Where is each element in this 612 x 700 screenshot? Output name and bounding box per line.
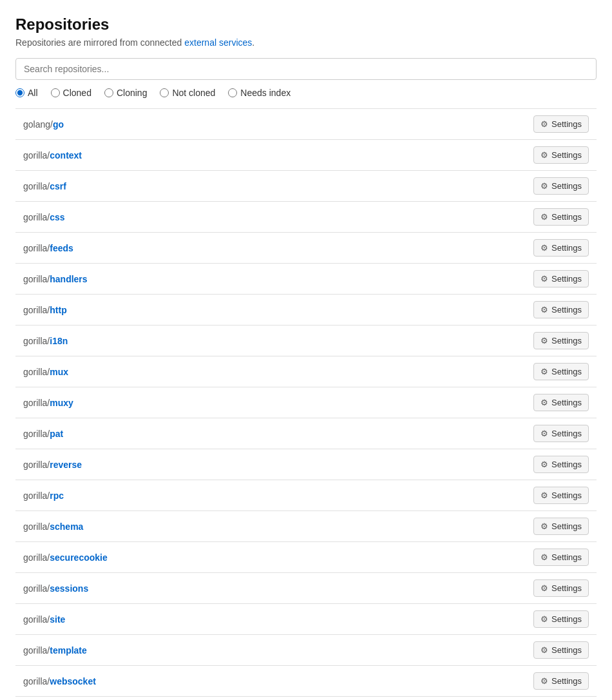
gear-icon: ⚙: [540, 367, 548, 376]
filter-option-needs-index[interactable]: Needs index: [228, 88, 291, 98]
settings-button-label: Settings: [551, 243, 582, 253]
settings-button-label: Settings: [551, 305, 582, 315]
repo-name: gorilla/schema: [23, 521, 83, 532]
gear-icon: ⚙: [540, 119, 548, 129]
repo-name: gorilla/handlers: [23, 274, 88, 284]
gear-icon: ⚙: [540, 305, 548, 315]
repo-name: gorilla/muxy: [23, 398, 73, 408]
gear-icon: ⚙: [540, 460, 548, 469]
settings-button[interactable]: ⚙Settings: [533, 425, 589, 442]
gear-icon: ⚙: [540, 212, 548, 222]
gear-icon: ⚙: [540, 614, 548, 624]
settings-button-label: Settings: [551, 583, 582, 593]
settings-button[interactable]: ⚙Settings: [533, 208, 589, 226]
filter-bar: AllClonedCloningNot clonedNeeds index: [15, 88, 597, 98]
table-row: gorilla/site⚙Settings: [15, 604, 597, 635]
gear-icon: ⚙: [540, 398, 548, 407]
filter-option-cloning[interactable]: Cloning: [104, 88, 147, 98]
settings-button-label: Settings: [551, 274, 582, 284]
filter-label-cloned: Cloned: [63, 88, 91, 98]
settings-button[interactable]: ⚙Settings: [533, 456, 589, 473]
settings-button[interactable]: ⚙Settings: [533, 487, 589, 504]
settings-button[interactable]: ⚙Settings: [533, 115, 589, 133]
gear-icon: ⚙: [540, 645, 548, 655]
filter-label-needs-index: Needs index: [240, 88, 291, 98]
repo-name: gorilla/csrf: [23, 181, 66, 191]
table-row: gorilla/rpc⚙Settings: [15, 480, 597, 511]
gear-icon: ⚙: [540, 676, 548, 686]
settings-button[interactable]: ⚙Settings: [533, 146, 589, 164]
settings-button-label: Settings: [551, 552, 582, 562]
settings-button[interactable]: ⚙Settings: [533, 549, 589, 566]
settings-button-label: Settings: [551, 645, 582, 655]
settings-button[interactable]: ⚙Settings: [533, 363, 589, 380]
repo-name: gorilla/http: [23, 305, 67, 315]
gear-icon: ⚙: [540, 583, 548, 593]
table-row: gorilla/i18n⚙Settings: [15, 326, 597, 356]
filter-label-all: All: [28, 88, 38, 98]
settings-button-label: Settings: [551, 491, 582, 500]
settings-button-label: Settings: [551, 398, 582, 407]
filter-option-not-cloned[interactable]: Not cloned: [160, 88, 215, 98]
gear-icon: ⚙: [540, 274, 548, 284]
table-row: gorilla/muxy⚙Settings: [15, 387, 597, 418]
filter-radio-all[interactable]: [15, 88, 24, 97]
search-input[interactable]: [15, 58, 597, 80]
settings-button[interactable]: ⚙Settings: [533, 332, 589, 349]
settings-button[interactable]: ⚙Settings: [533, 641, 589, 659]
settings-button-label: Settings: [551, 212, 582, 222]
table-row: gorilla/schema⚙Settings: [15, 511, 597, 542]
filter-radio-not-cloned[interactable]: [160, 88, 169, 97]
repo-name: gorilla/securecookie: [23, 552, 108, 563]
settings-button-label: Settings: [551, 367, 582, 376]
settings-button-label: Settings: [551, 676, 582, 686]
table-row: golang/go⚙Settings: [15, 109, 597, 140]
gear-icon: ⚙: [540, 181, 548, 191]
filter-radio-cloning[interactable]: [104, 88, 113, 97]
table-row: gorilla/handlers⚙Settings: [15, 264, 597, 295]
settings-button[interactable]: ⚙Settings: [533, 518, 589, 535]
gear-icon: ⚙: [540, 150, 548, 160]
settings-button[interactable]: ⚙Settings: [533, 394, 589, 411]
filter-option-all[interactable]: All: [15, 88, 38, 98]
repo-name: gorilla/sessions: [23, 583, 88, 594]
gear-icon: ⚙: [540, 521, 548, 531]
filter-label-not-cloned: Not cloned: [172, 88, 215, 98]
gear-icon: ⚙: [540, 336, 548, 345]
settings-button[interactable]: ⚙Settings: [533, 270, 589, 287]
settings-button-label: Settings: [551, 181, 582, 191]
settings-button[interactable]: ⚙Settings: [533, 177, 589, 195]
settings-button[interactable]: ⚙Settings: [533, 301, 589, 318]
table-row: gorilla/websocket⚙Settings: [15, 666, 597, 697]
repo-name: gorilla/context: [23, 150, 82, 160]
repo-name: gorilla/reverse: [23, 460, 82, 470]
table-row: sourcegraph/sourcegraph⚙Settings: [15, 697, 597, 700]
repo-name: gorilla/rpc: [23, 491, 64, 501]
external-services-link[interactable]: external services: [184, 37, 252, 48]
settings-button-label: Settings: [551, 614, 582, 624]
table-row: gorilla/template⚙Settings: [15, 635, 597, 666]
settings-button[interactable]: ⚙Settings: [533, 610, 589, 628]
table-row: gorilla/csrf⚙Settings: [15, 171, 597, 202]
table-row: gorilla/feeds⚙Settings: [15, 233, 597, 264]
settings-button-label: Settings: [551, 336, 582, 345]
settings-button[interactable]: ⚙Settings: [533, 579, 589, 597]
settings-button-label: Settings: [551, 460, 582, 469]
filter-option-cloned[interactable]: Cloned: [51, 88, 91, 98]
settings-button-label: Settings: [551, 119, 582, 129]
settings-button[interactable]: ⚙Settings: [533, 672, 589, 690]
gear-icon: ⚙: [540, 491, 548, 500]
repo-name: gorilla/mux: [23, 367, 68, 377]
repo-name: gorilla/site: [23, 614, 65, 625]
filter-radio-needs-index[interactable]: [228, 88, 237, 97]
settings-button[interactable]: ⚙Settings: [533, 239, 589, 257]
gear-icon: ⚙: [540, 552, 548, 562]
repo-name: gorilla/i18n: [23, 336, 68, 346]
table-row: gorilla/mux⚙Settings: [15, 356, 597, 387]
table-row: gorilla/securecookie⚙Settings: [15, 542, 597, 573]
settings-button-label: Settings: [551, 150, 582, 160]
table-row: gorilla/reverse⚙Settings: [15, 449, 597, 480]
settings-button-label: Settings: [551, 521, 582, 531]
filter-radio-cloned[interactable]: [51, 88, 60, 97]
table-row: gorilla/sessions⚙Settings: [15, 573, 597, 604]
